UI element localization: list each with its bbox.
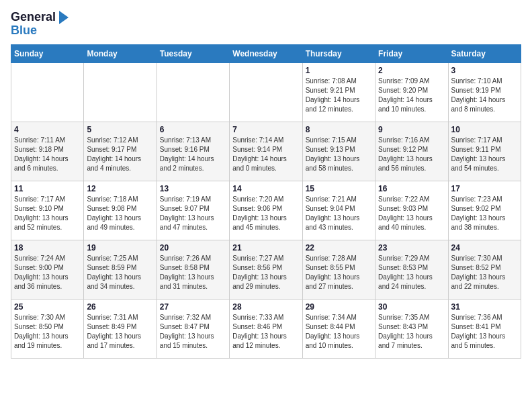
calendar-cell bbox=[84, 62, 157, 122]
day-number: 3 bbox=[451, 66, 518, 75]
day-number: 11 bbox=[14, 184, 81, 193]
day-number: 25 bbox=[14, 302, 81, 312]
day-info: Sunrise: 7:33 AM Sunset: 8:46 PM Dayligh… bbox=[232, 313, 299, 351]
day-info: Sunrise: 7:32 AM Sunset: 8:47 PM Dayligh… bbox=[160, 313, 226, 351]
day-info: Sunrise: 7:22 AM Sunset: 9:03 PM Dayligh… bbox=[378, 195, 445, 232]
calendar-cell bbox=[230, 62, 302, 122]
day-info: Sunrise: 7:28 AM Sunset: 8:55 PM Dayligh… bbox=[306, 254, 372, 291]
day-number: 21 bbox=[232, 243, 299, 253]
calendar-cell: 16Sunrise: 7:22 AM Sunset: 9:03 PM Dayli… bbox=[375, 181, 448, 240]
day-number: 19 bbox=[87, 243, 153, 253]
header-day-thursday: Thursday bbox=[302, 44, 375, 62]
day-info: Sunrise: 7:30 AM Sunset: 8:50 PM Dayligh… bbox=[14, 313, 81, 351]
day-number: 15 bbox=[306, 184, 372, 193]
day-number: 17 bbox=[451, 184, 518, 193]
day-info: Sunrise: 7:18 AM Sunset: 9:08 PM Dayligh… bbox=[87, 195, 153, 232]
calendar-cell: 26Sunrise: 7:31 AM Sunset: 8:49 PM Dayli… bbox=[84, 299, 157, 358]
day-info: Sunrise: 7:35 AM Sunset: 8:43 PM Dayligh… bbox=[378, 313, 445, 351]
calendar-cell: 14Sunrise: 7:20 AM Sunset: 9:06 PM Dayli… bbox=[230, 181, 302, 240]
calendar-cell: 11Sunrise: 7:17 AM Sunset: 9:10 PM Dayli… bbox=[11, 181, 84, 240]
calendar-cell: 10Sunrise: 7:17 AM Sunset: 9:11 PM Dayli… bbox=[448, 122, 521, 181]
day-number: 6 bbox=[160, 125, 226, 134]
day-info: Sunrise: 7:23 AM Sunset: 9:02 PM Dayligh… bbox=[451, 195, 518, 232]
day-info: Sunrise: 7:30 AM Sunset: 8:52 PM Dayligh… bbox=[451, 254, 518, 291]
calendar-cell: 1Sunrise: 7:08 AM Sunset: 9:21 PM Daylig… bbox=[302, 62, 375, 122]
calendar-cell: 17Sunrise: 7:23 AM Sunset: 9:02 PM Dayli… bbox=[448, 181, 521, 240]
header-day-sunday: Sunday bbox=[11, 44, 84, 62]
day-info: Sunrise: 7:12 AM Sunset: 9:17 PM Dayligh… bbox=[87, 136, 153, 173]
day-info: Sunrise: 7:15 AM Sunset: 9:13 PM Dayligh… bbox=[306, 136, 372, 173]
day-number: 14 bbox=[232, 184, 299, 193]
day-number: 2 bbox=[378, 66, 445, 75]
calendar-cell: 12Sunrise: 7:18 AM Sunset: 9:08 PM Dayli… bbox=[84, 181, 157, 240]
day-number: 24 bbox=[451, 243, 518, 253]
header-day-tuesday: Tuesday bbox=[157, 44, 229, 62]
calendar-cell: 7Sunrise: 7:14 AM Sunset: 9:14 PM Daylig… bbox=[230, 122, 302, 181]
logo: General Blue bbox=[11, 11, 71, 38]
day-number: 12 bbox=[87, 184, 153, 193]
day-info: Sunrise: 7:11 AM Sunset: 9:18 PM Dayligh… bbox=[14, 136, 81, 173]
calendar-cell bbox=[157, 62, 229, 122]
day-number: 31 bbox=[451, 302, 518, 312]
calendar-table: SundayMondayTuesdayWednesdayThursdayFrid… bbox=[11, 44, 521, 359]
day-number: 10 bbox=[451, 125, 518, 134]
calendar-cell bbox=[11, 62, 84, 122]
calendar-cell: 27Sunrise: 7:32 AM Sunset: 8:47 PM Dayli… bbox=[157, 299, 229, 358]
day-number: 30 bbox=[378, 302, 445, 312]
day-info: Sunrise: 7:17 AM Sunset: 9:10 PM Dayligh… bbox=[14, 195, 81, 232]
calendar-week-row: 18Sunrise: 7:24 AM Sunset: 9:00 PM Dayli… bbox=[11, 240, 521, 299]
day-number: 13 bbox=[160, 184, 226, 193]
calendar-cell: 19Sunrise: 7:25 AM Sunset: 8:59 PM Dayli… bbox=[84, 240, 157, 299]
day-number: 7 bbox=[232, 125, 299, 134]
calendar-cell: 18Sunrise: 7:24 AM Sunset: 9:00 PM Dayli… bbox=[11, 240, 84, 299]
day-info: Sunrise: 7:13 AM Sunset: 9:16 PM Dayligh… bbox=[160, 136, 226, 173]
calendar-cell: 8Sunrise: 7:15 AM Sunset: 9:13 PM Daylig… bbox=[302, 122, 375, 181]
day-number: 20 bbox=[160, 243, 226, 253]
day-info: Sunrise: 7:19 AM Sunset: 9:07 PM Dayligh… bbox=[160, 195, 226, 232]
day-number: 22 bbox=[306, 243, 372, 253]
calendar-cell: 31Sunrise: 7:36 AM Sunset: 8:41 PM Dayli… bbox=[448, 299, 521, 358]
calendar-cell: 29Sunrise: 7:34 AM Sunset: 8:44 PM Dayli… bbox=[302, 299, 375, 358]
day-info: Sunrise: 7:24 AM Sunset: 9:00 PM Dayligh… bbox=[14, 254, 81, 291]
day-number: 5 bbox=[87, 125, 153, 134]
day-number: 4 bbox=[14, 125, 81, 134]
header-day-friday: Friday bbox=[375, 44, 448, 62]
day-number: 16 bbox=[378, 184, 445, 193]
calendar-cell: 21Sunrise: 7:27 AM Sunset: 8:56 PM Dayli… bbox=[230, 240, 302, 299]
day-info: Sunrise: 7:34 AM Sunset: 8:44 PM Dayligh… bbox=[306, 313, 372, 351]
day-info: Sunrise: 7:09 AM Sunset: 9:20 PM Dayligh… bbox=[378, 77, 445, 114]
calendar-cell: 30Sunrise: 7:35 AM Sunset: 8:43 PM Dayli… bbox=[375, 299, 448, 358]
day-info: Sunrise: 7:20 AM Sunset: 9:06 PM Dayligh… bbox=[232, 195, 299, 232]
calendar-cell: 15Sunrise: 7:21 AM Sunset: 9:04 PM Dayli… bbox=[302, 181, 375, 240]
calendar-cell: 20Sunrise: 7:26 AM Sunset: 8:58 PM Dayli… bbox=[157, 240, 229, 299]
logo-text-general: General bbox=[11, 11, 56, 24]
calendar-cell: 3Sunrise: 7:10 AM Sunset: 9:19 PM Daylig… bbox=[448, 62, 521, 122]
calendar-cell: 5Sunrise: 7:12 AM Sunset: 9:17 PM Daylig… bbox=[84, 122, 157, 181]
day-number: 1 bbox=[306, 66, 372, 75]
day-info: Sunrise: 7:31 AM Sunset: 8:49 PM Dayligh… bbox=[87, 313, 153, 351]
calendar-week-row: 1Sunrise: 7:08 AM Sunset: 9:21 PM Daylig… bbox=[11, 62, 521, 122]
page-header: General Blue bbox=[11, 11, 521, 38]
day-info: Sunrise: 7:10 AM Sunset: 9:19 PM Dayligh… bbox=[451, 77, 518, 114]
calendar-week-row: 11Sunrise: 7:17 AM Sunset: 9:10 PM Dayli… bbox=[11, 181, 521, 240]
day-number: 8 bbox=[306, 125, 372, 134]
day-info: Sunrise: 7:17 AM Sunset: 9:11 PM Dayligh… bbox=[451, 136, 518, 173]
day-info: Sunrise: 7:25 AM Sunset: 8:59 PM Dayligh… bbox=[87, 254, 153, 291]
day-info: Sunrise: 7:27 AM Sunset: 8:56 PM Dayligh… bbox=[232, 254, 299, 291]
calendar-cell: 24Sunrise: 7:30 AM Sunset: 8:52 PM Dayli… bbox=[448, 240, 521, 299]
calendar-cell: 6Sunrise: 7:13 AM Sunset: 9:16 PM Daylig… bbox=[157, 122, 229, 181]
header-day-wednesday: Wednesday bbox=[230, 44, 302, 62]
day-number: 27 bbox=[160, 302, 226, 312]
day-number: 9 bbox=[378, 125, 445, 134]
calendar-cell: 22Sunrise: 7:28 AM Sunset: 8:55 PM Dayli… bbox=[302, 240, 375, 299]
calendar-week-row: 25Sunrise: 7:30 AM Sunset: 8:50 PM Dayli… bbox=[11, 299, 521, 358]
day-number: 26 bbox=[87, 302, 153, 312]
header-day-saturday: Saturday bbox=[448, 44, 521, 62]
day-info: Sunrise: 7:36 AM Sunset: 8:41 PM Dayligh… bbox=[451, 313, 518, 351]
logo-text-blue: Blue bbox=[11, 24, 37, 38]
calendar-cell: 4Sunrise: 7:11 AM Sunset: 9:18 PM Daylig… bbox=[11, 122, 84, 181]
day-info: Sunrise: 7:26 AM Sunset: 8:58 PM Dayligh… bbox=[160, 254, 226, 291]
day-info: Sunrise: 7:16 AM Sunset: 9:12 PM Dayligh… bbox=[378, 136, 445, 173]
day-number: 28 bbox=[232, 302, 299, 312]
day-number: 29 bbox=[306, 302, 372, 312]
